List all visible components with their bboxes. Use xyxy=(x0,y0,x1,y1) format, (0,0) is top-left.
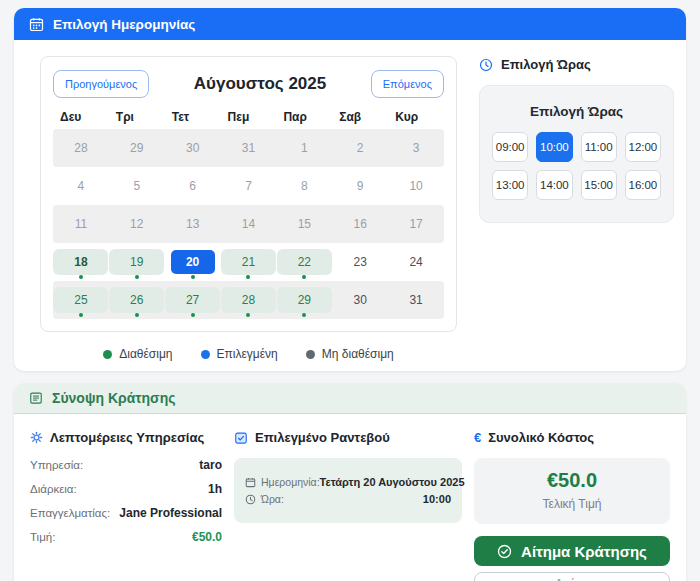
calendar-day-26[interactable]: 26 xyxy=(109,281,165,319)
date-selection-card: Επιλογή Ημερομηνίας Προηγούμενος Αύγουστ… xyxy=(14,8,686,371)
calendar-day-2: 2 xyxy=(332,129,388,167)
time-slot-10:00[interactable]: 10:00 xyxy=(536,132,572,162)
appointment-column: Επιλεγμένο Ραντεβού Ημερομηνία: Τετάρτη … xyxy=(234,430,462,581)
small-calendar-icon xyxy=(245,477,256,488)
cost-column: € Συνολικό Κόστος €50.0 Τελική Τιμή Αίτη… xyxy=(474,430,670,581)
calendar-day-3: 3 xyxy=(388,129,444,167)
day-number: 27 xyxy=(165,287,220,313)
service-detail-value: Jane Professional xyxy=(119,506,222,520)
service-details-head: Λεπτομέρειες Υπηρεσίας xyxy=(30,430,222,445)
day-number: 9 xyxy=(357,179,364,193)
weekday-label-Σαβ: Σαβ xyxy=(332,110,388,124)
calendar-day-8: 8 xyxy=(276,167,332,205)
weekday-label-Δευ: Δευ xyxy=(53,110,109,124)
service-details-title: Λεπτομέρειες Υπηρεσίας xyxy=(50,430,204,445)
legend-dot xyxy=(201,350,210,359)
legend-dot xyxy=(103,350,112,359)
time-selection-column: Επιλογή Ώρας Επιλογή Ώρας 09:0010:0011:0… xyxy=(479,56,674,361)
day-number: 29 xyxy=(130,141,143,155)
day-number: 7 xyxy=(245,179,252,193)
service-detail-label: Επαγγελματίας: xyxy=(30,507,110,519)
appointment-time-label: Ώρα: xyxy=(245,493,284,505)
time-slot-11:00[interactable]: 11:00 xyxy=(581,132,617,162)
calendar-day-23: 23 xyxy=(332,243,388,281)
calendar-day-19[interactable]: 19 xyxy=(109,243,165,281)
availability-dot xyxy=(135,313,139,317)
calendar-week-row: 25262728293031 xyxy=(53,281,444,319)
day-number: 24 xyxy=(409,255,422,269)
service-detail-value: taro xyxy=(199,458,222,472)
availability-dot xyxy=(79,275,83,279)
time-slot-15:00[interactable]: 15:00 xyxy=(581,170,617,200)
calendar-day-30: 30 xyxy=(332,281,388,319)
booking-request-label: Αίτημα Κράτησης xyxy=(521,543,647,560)
page: Επιλογή Ημερομηνίας Προηγούμενος Αύγουστ… xyxy=(0,0,700,581)
calendar-day-4: 4 xyxy=(53,167,109,205)
day-number: 13 xyxy=(186,217,199,231)
day-number: 18 xyxy=(53,249,108,275)
calendar-day-31: 31 xyxy=(221,129,277,167)
day-number: 28 xyxy=(221,287,276,313)
day-number: 3 xyxy=(413,141,420,155)
booking-summary-header: Σύνοψη Κράτησης xyxy=(14,383,686,414)
calendar-week-row: 11121314151617 xyxy=(53,205,444,243)
calendar-day-22[interactable]: 22 xyxy=(276,243,332,281)
next-month-button[interactable]: Επόμενος xyxy=(371,70,444,98)
calendar-day-28[interactable]: 28 xyxy=(221,281,277,319)
weekday-label-Κυρ: Κυρ xyxy=(388,110,444,124)
date-selection-title: Επιλογή Ημερομηνίας xyxy=(53,17,195,32)
calendar-day-9: 9 xyxy=(332,167,388,205)
day-number: 19 xyxy=(109,249,164,275)
legend-dot xyxy=(306,350,315,359)
small-clock-icon xyxy=(245,494,256,505)
service-detail-value: €50.0 xyxy=(192,530,222,544)
euro-icon: € xyxy=(474,430,481,445)
time-slot-12:00[interactable]: 12:00 xyxy=(625,132,661,162)
cancel-label: Ακύρωση xyxy=(555,577,608,581)
calendar-day-15: 15 xyxy=(276,205,332,243)
total-cost-card: €50.0 Τελική Τιμή xyxy=(474,458,670,524)
cost-head: € Συνολικό Κόστος xyxy=(474,430,670,445)
calendar-week-row: 45678910 xyxy=(53,167,444,205)
day-number: 10 xyxy=(409,179,422,193)
day-number: 29 xyxy=(277,287,332,313)
availability-dot xyxy=(302,275,306,279)
day-number: 4 xyxy=(78,179,85,193)
availability-dot xyxy=(246,275,250,279)
weekday-label-Πεμ: Πεμ xyxy=(221,110,277,124)
calendar-day-14: 14 xyxy=(221,205,277,243)
booking-request-button[interactable]: Αίτημα Κράτησης xyxy=(474,536,670,566)
availability-dot xyxy=(135,275,139,279)
time-slot-09:00[interactable]: 09:00 xyxy=(492,132,528,162)
time-slot-grid: 09:0010:0011:0012:0013:0014:0015:0016:00 xyxy=(492,132,661,200)
calendar-day-27[interactable]: 27 xyxy=(165,281,221,319)
calendar-day-20[interactable]: 20 xyxy=(165,243,221,281)
prev-month-button[interactable]: Προηγούμενος xyxy=(53,70,149,98)
calendar-day-17: 17 xyxy=(388,205,444,243)
day-number: 17 xyxy=(409,217,422,231)
legend-item: Διαθέσιμη xyxy=(103,347,172,361)
calendar-day-29[interactable]: 29 xyxy=(276,281,332,319)
calendar-day-31: 31 xyxy=(388,281,444,319)
calendar-nav: Προηγούμενος Αύγουστος 2025 Επόμενος xyxy=(53,70,444,98)
day-number: 15 xyxy=(298,217,311,231)
availability-dot xyxy=(246,313,250,317)
service-detail-label: Τιμή: xyxy=(30,531,55,543)
time-slot-13:00[interactable]: 13:00 xyxy=(492,170,528,200)
calendar-day-21[interactable]: 21 xyxy=(221,243,277,281)
calendar-day-5: 5 xyxy=(109,167,165,205)
time-selection-label-text: Επιλογή Ώρας xyxy=(501,57,591,72)
service-detail-row: Επαγγελματίας:Jane Professional xyxy=(30,506,222,520)
calendar-day-25[interactable]: 25 xyxy=(53,281,109,319)
time-slot-16:00[interactable]: 16:00 xyxy=(625,170,661,200)
calendar-day-7: 7 xyxy=(221,167,277,205)
left-arrow-icon: ← xyxy=(536,577,549,581)
calendar-day-13: 13 xyxy=(165,205,221,243)
weekday-label-Τρι: Τρι xyxy=(109,110,165,124)
time-selection-label: Επιλογή Ώρας xyxy=(479,57,674,72)
calendar-day-18[interactable]: 18 xyxy=(53,243,109,281)
time-slot-14:00[interactable]: 14:00 xyxy=(536,170,572,200)
weekday-label-Παρ: Παρ xyxy=(276,110,332,124)
cancel-button[interactable]: ← Ακύρωση xyxy=(474,572,670,581)
availability-dot xyxy=(79,313,83,317)
